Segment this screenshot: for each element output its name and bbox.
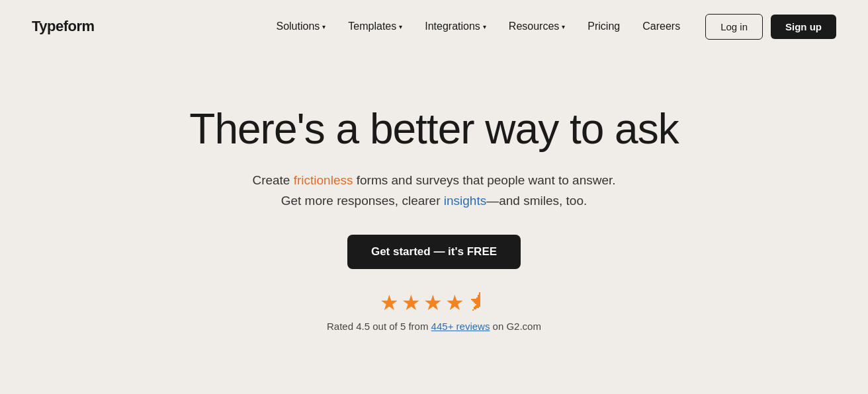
- nav-integrations-label: Integrations: [425, 20, 480, 32]
- reviews-link[interactable]: 445+ reviews: [431, 321, 490, 332]
- nav-templates-label: Templates: [348, 20, 396, 32]
- chevron-down-icon: ▾: [483, 23, 486, 30]
- signup-button[interactable]: Sign up: [771, 15, 836, 39]
- hero-subtitle: Create frictionless forms and surveys th…: [252, 171, 615, 211]
- nav-templates[interactable]: Templates ▾: [339, 15, 412, 38]
- login-button[interactable]: Log in: [705, 14, 763, 40]
- navbar: Typeform Solutions ▾ Templates ▾ Integra…: [0, 0, 868, 53]
- chevron-down-icon: ▾: [322, 23, 326, 30]
- hero-subtitle-line1: Create frictionless forms and surveys th…: [252, 173, 615, 187]
- cta-button[interactable]: Get started — it's FREE: [347, 235, 521, 269]
- hero-subtitle-line2: Get more responses, clearer insights—and…: [281, 194, 587, 208]
- nav-integrations[interactable]: Integrations ▾: [415, 15, 496, 38]
- rating-section: ★ ★ ★ ★ ⯨ Rated 4.5 out of 5 from 445+ r…: [327, 290, 541, 332]
- nav-actions: Log in Sign up: [705, 14, 836, 40]
- hero-section: There's a better way to ask Create frict…: [0, 53, 868, 332]
- nav-pricing-label: Pricing: [587, 20, 620, 32]
- chevron-down-icon: ▾: [399, 23, 402, 30]
- star-2: ★: [402, 290, 421, 315]
- rating-text: Rated 4.5 out of 5 from 445+ reviews on …: [327, 321, 541, 332]
- hero-title: There's a better way to ask: [189, 106, 678, 152]
- star-rating: ★ ★ ★ ★ ⯨: [380, 290, 488, 315]
- nav-solutions-label: Solutions: [276, 20, 320, 32]
- star-1: ★: [380, 290, 399, 315]
- nav-careers-label: Careers: [642, 20, 680, 32]
- star-half: ⯨: [467, 290, 488, 315]
- star-4: ★: [445, 290, 464, 315]
- star-3: ★: [423, 290, 443, 315]
- rating-suffix: on G2.com: [490, 321, 541, 332]
- chevron-down-icon: ▾: [562, 23, 565, 30]
- nav-pricing[interactable]: Pricing: [578, 15, 629, 38]
- nav-links: Solutions ▾ Templates ▾ Integrations ▾ R…: [267, 15, 689, 38]
- nav-resources-label: Resources: [509, 20, 559, 32]
- nav-resources[interactable]: Resources ▾: [499, 15, 574, 38]
- rating-prefix: Rated 4.5 out of 5 from: [327, 321, 431, 332]
- nav-careers[interactable]: Careers: [633, 15, 689, 38]
- logo[interactable]: Typeform: [32, 18, 95, 35]
- nav-solutions[interactable]: Solutions ▾: [267, 15, 335, 38]
